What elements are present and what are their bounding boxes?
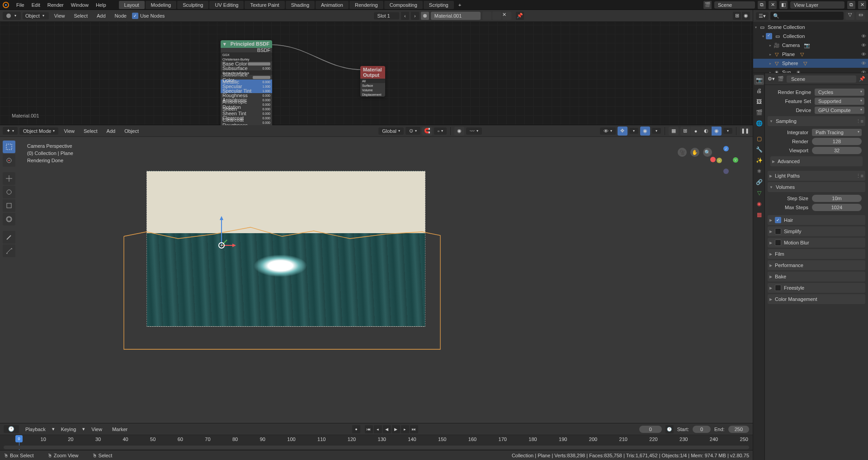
tab-texturepaint[interactable]: Texture Paint — [245, 1, 284, 9]
editor-type-dropdown[interactable]: ✦ — [3, 127, 18, 135]
slot-prev-button[interactable]: ‹ — [401, 12, 409, 20]
gizmo-toggle[interactable]: ✥ — [618, 127, 627, 136]
outliner-new-collection-button[interactable]: ▭ — [856, 12, 865, 20]
overlay-toggle[interactable]: ◉ — [640, 127, 650, 136]
keyframe-prev-button[interactable]: ◂ — [374, 425, 382, 433]
shading-wireframe[interactable]: ⊞ — [680, 127, 690, 136]
tab-sculpting[interactable]: Sculpting — [177, 1, 208, 9]
autokey-button[interactable]: ● — [352, 425, 360, 433]
menu-help[interactable]: Help — [92, 0, 110, 9]
tab-compositing[interactable]: Compositing — [384, 1, 423, 9]
visibility-dropdown[interactable]: 👁 — [600, 127, 616, 135]
proportional-type-dropdown[interactable]: 〰 — [466, 127, 482, 135]
menu-window[interactable]: Window — [67, 0, 92, 9]
viewport-canvas[interactable]: Camera Perspective (0) Collection | Plan… — [0, 137, 753, 423]
tab-physics[interactable]: ⚛ — [754, 166, 764, 176]
tab-uvediting[interactable]: UV Editing — [209, 1, 244, 9]
node-output-bsdf[interactable]: BSDF — [221, 48, 272, 52]
vp-menu-select[interactable]: Select — [80, 128, 101, 134]
outliner-item-camera[interactable]: ▸🎥Camera📷👁 — [753, 41, 868, 50]
device-dropdown[interactable]: GPU Compute — [815, 107, 864, 114]
delete-layer-button[interactable]: ✕ — [858, 1, 866, 9]
shader-menu-node[interactable]: Node — [111, 13, 130, 19]
panel-volumes-header[interactable]: ▼Volumes — [768, 182, 865, 192]
panel-motionblur-header[interactable]: ▶Motion Blur — [768, 238, 865, 248]
hair-checkbox[interactable]: ✓ — [775, 217, 781, 223]
simplify-checkbox[interactable] — [775, 228, 781, 235]
snap-button[interactable]: ⊞ — [733, 12, 741, 20]
tab-rendering[interactable]: Rendering — [349, 1, 383, 9]
tab-render[interactable]: 📷 — [754, 75, 764, 85]
tool-transform[interactable] — [3, 213, 15, 225]
tab-modeling[interactable]: Modeling — [146, 1, 177, 9]
freestyle-checkbox[interactable] — [775, 285, 781, 291]
current-frame-field[interactable]: 0 — [639, 426, 662, 433]
tab-texture[interactable]: ▦ — [754, 210, 764, 220]
tab-layout[interactable]: Layout — [119, 1, 145, 9]
overlay-options-dropdown[interactable] — [652, 128, 661, 134]
transform-gizmo[interactable] — [212, 236, 231, 254]
snap-toggle[interactable]: 🧲 — [422, 127, 432, 136]
orientation-dropdown[interactable]: Global — [378, 127, 404, 135]
tool-annotate[interactable] — [3, 231, 15, 244]
blender-logo-icon[interactable] — [2, 1, 10, 9]
panel-sampling-header[interactable]: ▼Sampling⋮≡ — [768, 116, 865, 126]
shader-menu-add[interactable]: Add — [93, 13, 109, 19]
editor-type-dropdown[interactable]: ⚙▾ — [768, 76, 775, 82]
timeline-canvas[interactable]: 0102030405060708090100110120130140150160… — [0, 435, 753, 450]
tab-scripting[interactable]: Scripting — [424, 1, 454, 9]
scene-name-field[interactable]: Scene — [714, 1, 755, 9]
tool-move[interactable] — [3, 172, 15, 185]
pin-button[interactable]: 📌 — [516, 12, 524, 20]
shader-menu-select[interactable]: Select — [70, 13, 91, 19]
output-displacement[interactable]: Displacement — [360, 92, 385, 97]
tab-constraints[interactable]: 🔗 — [754, 177, 764, 187]
render-samples-field[interactable]: 128 — [812, 138, 862, 145]
viewport-samples-field[interactable]: 32 — [812, 147, 862, 154]
feature-set-dropdown[interactable]: Supported — [815, 98, 864, 105]
panel-performance-header[interactable]: ▶Performance — [768, 260, 865, 270]
material-unlink-button[interactable]: ✕ — [502, 12, 511, 20]
outliner-tree[interactable]: ▾▭Scene Collection ▾ ✓ ▭Collection 👁 ▸🎥C… — [753, 22, 868, 73]
output-surface[interactable]: Surface — [360, 83, 385, 88]
panel-film-header[interactable]: ▶Film — [768, 249, 865, 259]
editor-type-dropdown[interactable] — [3, 12, 21, 20]
principled-bsdf-node[interactable]: ▾Principled BSDF BSDF GGXChristensen-Bur… — [221, 40, 272, 134]
tab-data[interactable]: ▽ — [754, 188, 764, 198]
node-input-ggx[interactable]: GGX — [221, 52, 272, 57]
tl-keying-menu[interactable]: Keying — [57, 427, 80, 432]
shading-solid[interactable]: ● — [691, 127, 701, 136]
slot-dropdown[interactable]: Slot 1 — [374, 12, 399, 19]
camera-view-button[interactable]: 🎥 — [678, 148, 687, 157]
material-output-node[interactable]: Material Output All Surface Volume Displ… — [360, 66, 385, 97]
outliner-collection[interactable]: ▾ ✓ ▭Collection 👁 — [753, 32, 868, 41]
tool-scale[interactable] — [3, 199, 15, 212]
tab-particles[interactable]: ✨ — [754, 155, 764, 165]
panel-freestyle-header[interactable]: ▶Freestyle — [768, 283, 865, 293]
material-copy-button[interactable] — [492, 12, 501, 20]
shader-editor[interactable]: Object View Select Add Node ✓ Use Nodes … — [0, 10, 753, 125]
shading-options-dropdown[interactable] — [723, 128, 732, 134]
play-button[interactable]: ▶ — [392, 425, 400, 433]
proportional-toggle[interactable]: ◉ — [454, 127, 464, 136]
panel-lightpaths-header[interactable]: ▶Light Paths⋮≡ — [768, 171, 865, 181]
use-nodes-checkbox[interactable]: ✓ — [132, 13, 138, 19]
outliner-filter-button[interactable]: ▽ — [845, 12, 854, 20]
node-input-subsurface[interactable]: Subsurface0.000 — [221, 66, 272, 70]
tool-select-box[interactable] — [3, 141, 15, 153]
editor-type-dropdown[interactable]: 🕐 — [4, 425, 19, 433]
material-browse-button[interactable] — [421, 12, 429, 20]
tool-measure[interactable] — [3, 244, 15, 257]
view-layer-field[interactable]: View Layer — [790, 1, 844, 9]
tab-scene[interactable]: 🎬 — [754, 108, 764, 117]
pause-render-button[interactable]: ❚❚ — [740, 127, 750, 136]
jump-start-button[interactable]: ⏮ — [365, 425, 373, 433]
layer-icon[interactable]: ◧ — [779, 1, 788, 9]
vp-menu-view[interactable]: View — [60, 128, 78, 134]
delete-scene-button[interactable]: ✕ — [769, 1, 777, 9]
outliner-search[interactable]: 🔍 — [770, 12, 844, 20]
snap-type-dropdown[interactable]: ▫ — [434, 127, 447, 135]
jump-end-button[interactable]: ⏭ — [410, 425, 418, 433]
material-users-button[interactable] — [482, 12, 491, 20]
motion-blur-checkbox[interactable] — [775, 239, 781, 246]
